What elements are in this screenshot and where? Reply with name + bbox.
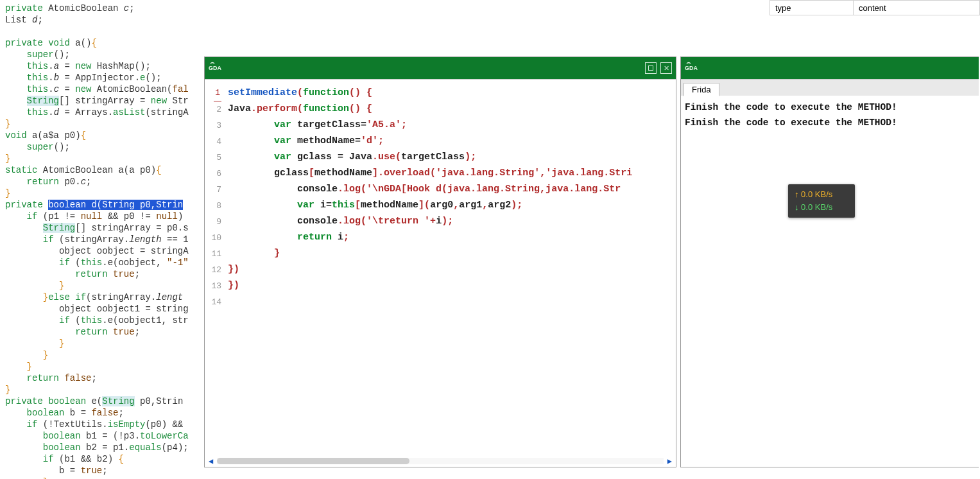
gda-logo-icon: GDA <box>209 61 223 75</box>
scroll-left-icon[interactable]: ◀ <box>209 457 213 466</box>
output-panel: GDA Frida Finish the code to execute the… <box>680 57 979 467</box>
horizontal-scrollbar[interactable]: ◀ ▶ <box>205 455 676 467</box>
tab-frida[interactable]: Frida <box>683 83 719 96</box>
line-gutter: 1234567891011121314 <box>205 80 225 455</box>
code-area[interactable]: setImmediate(function() { Java.perform(f… <box>225 80 676 455</box>
output-titlebar[interactable]: GDA <box>681 57 979 79</box>
script-editor-panel: GDA 1234567891011121314 setImmediate(fun… <box>204 57 676 467</box>
net-download: ↓ 0.0 KB/s <box>795 201 848 214</box>
close-icon[interactable] <box>660 62 672 74</box>
gda-logo-icon: GDA <box>685 61 699 75</box>
scroll-track[interactable] <box>217 458 664 464</box>
panel-handle-icon[interactable] <box>968 62 975 74</box>
editor-titlebar[interactable]: GDA <box>205 57 676 79</box>
info-table: type content <box>769 0 980 15</box>
info-table-col-content[interactable]: content <box>854 1 980 15</box>
editor-body: 1234567891011121314 setImmediate(functio… <box>205 79 676 455</box>
output-log[interactable]: Finish the code to execute the METHOD! F… <box>681 96 979 467</box>
output-tabstrip: Frida <box>681 79 979 96</box>
network-speed-overlay: ↑ 0.0 KB/s ↓ 0.0 KB/s <box>788 184 855 218</box>
scroll-right-icon[interactable]: ▶ <box>667 457 672 466</box>
scroll-thumb[interactable] <box>217 458 409 464</box>
maximize-icon[interactable] <box>645 62 657 74</box>
svg-text:GDA: GDA <box>685 65 698 71</box>
net-upload: ↑ 0.0 KB/s <box>795 188 848 201</box>
info-table-col-type[interactable]: type <box>770 1 854 15</box>
svg-text:GDA: GDA <box>209 65 222 71</box>
